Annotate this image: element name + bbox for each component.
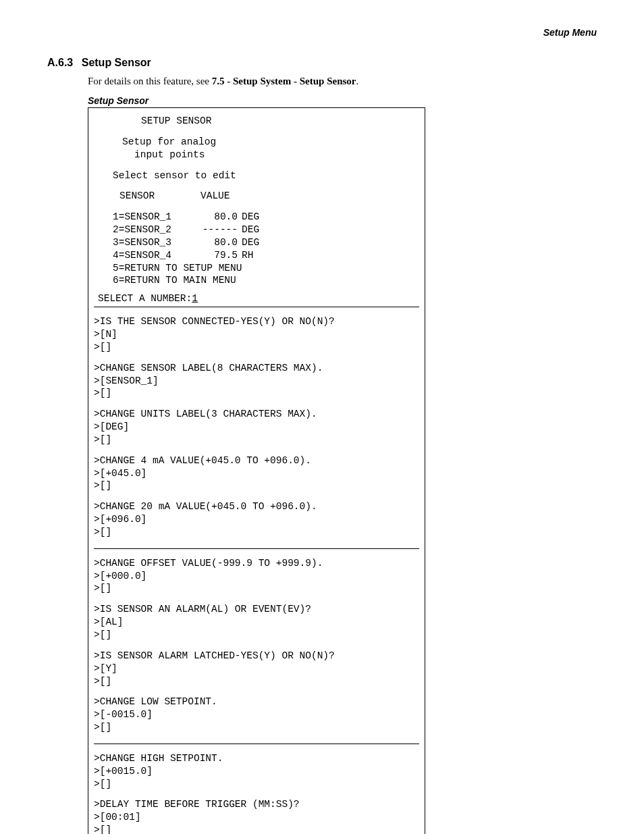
sensor-name: 1=SENSOR_1 [113,211,190,224]
sensor-name: 4=SENSOR_4 [113,249,190,262]
prompt-block: >CHANGE 20 mA VALUE(+045.0 TO +096.0).>[… [94,500,419,539]
sensor-value: 79.5 [190,249,238,262]
prompt-block: >CHANGE OFFSET VALUE(-999.9 TO +999.9).>… [94,557,419,596]
prompt-input: >[] [94,434,419,446]
prompt-input: >[] [94,824,419,834]
prompt-question: >CHANGE UNITS LABEL(3 CHARACTERS MAX). [94,408,419,421]
prompt-current: >[N] [94,328,419,341]
select-number-value: 1 [192,293,198,304]
prompt-input: >[] [94,387,419,400]
prompt-input: >[] [94,629,419,642]
prompt-input: >[] [94,526,419,539]
sensor-unit: DEG [242,224,269,236]
details-crossref: 7.5 - Setup System - Setup Sensor [212,76,356,86]
prompt-question: >CHANGE SENSOR LABEL(8 CHARACTERS MAX). [94,362,419,375]
prompt-input: >[] [94,341,419,354]
prompt-question: >CHANGE HIGH SETPOINT. [94,752,419,765]
sensor-unit: RH [242,249,269,262]
sensor-value: ------ [190,224,238,236]
prompt-current: >[+045.0] [94,467,419,480]
sensor-row: 3=SENSOR_3 80.0 DEG [113,236,419,249]
prompt-block: >IS THE SENSOR CONNECTED-YES(Y) OR NO(N)… [94,315,419,354]
prompt-question: >IS SENSOR AN ALARM(AL) OR EVENT(EV)? [94,603,419,616]
prompt-current: >[-0015.0] [94,708,419,721]
prompt-question: >CHANGE 4 mA VALUE(+045.0 TO +096.0). [94,454,419,467]
prompt-block: >DELAY TIME BEFORE TRIGGER (MM:SS)?>[00:… [94,798,419,834]
box-title: SETUP SENSOR [141,115,419,128]
terminal-box-label: Setup Sensor [88,95,597,106]
prompt-question: >CHANGE OFFSET VALUE(-999.9 TO +999.9). [94,557,419,570]
prompt-current: >[00:01] [94,811,419,824]
col-value: VALUE [200,190,230,203]
select-number-line: SELECT A NUMBER:1 [98,292,419,305]
prompt-current: >[Y] [94,662,419,675]
col-sensor: SENSOR [119,190,200,203]
divider [94,307,419,307]
prompt-input: >[] [94,778,419,791]
prompt-input: >[] [94,479,419,492]
prompt-block: >CHANGE LOW SETPOINT.>[-0015.0]>[] [94,696,419,734]
prompt-block: >CHANGE SENSOR LABEL(8 CHARACTERS MAX).>… [94,362,419,400]
prompt-block: >IS SENSOR AN ALARM(AL) OR EVENT(EV)?>[A… [94,603,419,642]
prompt-block: >IS SENSOR ALARM LATCHED-YES(Y) OR NO(N)… [94,650,419,688]
box-subtitle1: Setup for analog [122,136,419,149]
prompt-current: >[SENSOR_1] [94,375,419,388]
page-container: Setup Menu A.6.3 Setup Sensor For detail… [0,0,644,834]
details-prefix: For details on this feature, see [88,76,212,86]
prompt-current: >[+096.0] [94,513,419,526]
prompt-block: >CHANGE UNITS LABEL(3 CHARACTERS MAX).>[… [94,408,419,446]
details-line: For details on this feature, see 7.5 - S… [88,76,597,87]
details-suffix: . [356,76,358,86]
sensor-name: 2=SENSOR_2 [113,224,190,236]
menu-return-setup: 5=RETURN TO SETUP MENU [113,262,419,275]
prompt-input: >[] [94,721,419,734]
section-heading: A.6.3 Setup Sensor [47,57,597,69]
prompt-block: >CHANGE HIGH SETPOINT.>[+0015.0]>[] [94,752,419,791]
prompt-current: >[+0015.0] [94,765,419,778]
sensor-row: 2=SENSOR_2 ------ DEG [113,224,419,236]
sensor-table-header: SENSOR VALUE [119,190,419,203]
section-number: A.6.3 [47,57,73,68]
sensor-value: 80.0 [190,211,238,224]
prompt-input: >[] [94,675,419,688]
sensor-unit: DEG [242,236,269,249]
sensor-value: 80.0 [190,236,238,249]
prompt-current: >[+000.0] [94,570,419,583]
prompt-block: >CHANGE 4 mA VALUE(+045.0 TO +096.0).>[+… [94,454,419,493]
box-subtitle2: input points [134,149,419,161]
select-prompt: Select sensor to edit [113,170,419,182]
divider [94,548,419,549]
prompt-question: >IS THE SENSOR CONNECTED-YES(Y) OR NO(N)… [94,315,419,328]
prompt-input: >[] [94,582,419,595]
sensor-unit: DEG [242,211,269,224]
prompt-question: >DELAY TIME BEFORE TRIGGER (MM:SS)? [94,798,419,811]
section-title: Setup Sensor [82,57,151,68]
prompt-question: >CHANGE 20 mA VALUE(+045.0 TO +096.0). [94,500,419,513]
sensor-name: 3=SENSOR_3 [113,236,190,249]
prompt-current: >[DEG] [94,421,419,434]
divider [94,744,419,744]
prompt-question: >CHANGE LOW SETPOINT. [94,696,419,708]
prompt-question: >IS SENSOR ALARM LATCHED-YES(Y) OR NO(N)… [94,650,419,662]
running-header: Setup Menu [47,27,597,38]
sensor-row: 4=SENSOR_4 79.5 RH [113,249,419,262]
menu-return-main: 6=RETURN TO MAIN MENU [113,274,419,287]
terminal-box: SETUP SENSOR Setup for analog input poin… [88,107,425,834]
select-number-label: SELECT A NUMBER: [98,293,192,304]
prompt-current: >[AL] [94,616,419,629]
sensor-row: 1=SENSOR_1 80.0 DEG [113,211,419,224]
